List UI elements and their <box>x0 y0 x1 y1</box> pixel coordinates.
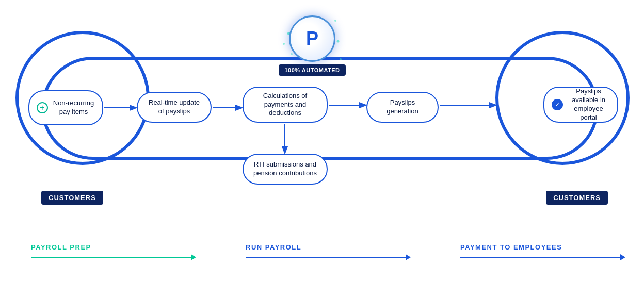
customers-label-left: CUSTOMERS <box>41 191 103 205</box>
svg-point-8 <box>291 53 293 55</box>
phase-prep-arrowhead <box>191 254 196 260</box>
svg-point-7 <box>337 40 340 43</box>
logo-letter: P <box>306 28 318 49</box>
node-payslips-portal: ✓ Payslips available in employee portal <box>543 87 618 123</box>
phase-payment-arrowhead <box>620 254 625 260</box>
phase-payment-title: PAYMENT TO EMPLOYEES <box>460 243 562 251</box>
check-icon: ✓ <box>552 99 563 110</box>
logo-circle: P <box>289 15 335 62</box>
phase-payment-employees: PAYMENT TO EMPLOYEES <box>429 243 644 260</box>
phase-run-payroll: RUN PAYROLL <box>215 243 429 260</box>
phase-run-line <box>246 257 406 258</box>
phase-prep-arrow <box>31 254 196 260</box>
phase-run-arrow <box>246 254 411 260</box>
bottom-phases: PAYROLL PREP RUN PAYROLL PAYMENT TO EMPL… <box>0 231 644 272</box>
node-payslips-generation: Payslips generation <box>366 92 439 123</box>
node-rti-submissions: RTI submissions and pension contribution… <box>243 154 328 185</box>
phase-payment-line <box>460 257 620 258</box>
diagram-container: P 100% AUTOMATED + Non-recurring pay ite… <box>0 10 644 227</box>
phase-payment-arrow <box>460 254 625 260</box>
phase-run-arrowhead <box>406 254 411 260</box>
node-realtime-update: Real-time update of payslips <box>137 92 212 123</box>
node-non-recurring: + Non-recurring pay items <box>28 90 103 125</box>
phase-payroll-prep: PAYROLL PREP <box>0 243 215 260</box>
svg-point-6 <box>334 20 336 22</box>
phase-prep-line <box>31 257 191 258</box>
plus-icon: + <box>37 102 48 113</box>
automated-badge: 100% AUTOMATED <box>279 64 346 76</box>
customers-label-right: CUSTOMERS <box>546 191 608 205</box>
phase-run-title: RUN PAYROLL <box>246 243 301 251</box>
phase-prep-title: PAYROLL PREP <box>31 243 91 251</box>
svg-point-10 <box>283 43 285 45</box>
node-calculations: Calculations of payments and deductions <box>243 87 328 123</box>
